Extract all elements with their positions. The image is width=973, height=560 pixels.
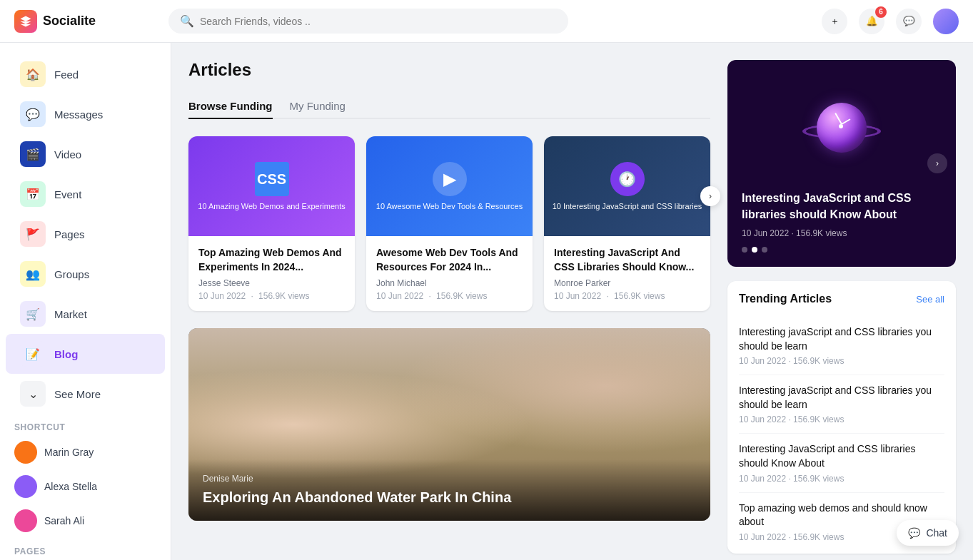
add-button[interactable]: ＋ bbox=[822, 9, 847, 34]
sidebar-label-feed: Feed bbox=[54, 68, 79, 81]
shortcut-alexa[interactable]: Alexa Stella bbox=[0, 469, 171, 504]
article-card-1: CSS 10 Amazing Web Demos and Experiments… bbox=[188, 136, 355, 311]
app-name: Socialite bbox=[43, 14, 96, 29]
nav-actions: ＋ 🔔 6 💬 bbox=[822, 9, 959, 34]
banner-meta: 10 Jun 2022 · 156.9K views bbox=[742, 228, 942, 238]
search-bar[interactable]: 🔍 bbox=[168, 9, 568, 34]
card-meta-3: 10 Jun 2022 · 156.9K views bbox=[554, 291, 700, 301]
trending-item-3[interactable]: Interesting JavaScript and CSS libraries… bbox=[739, 434, 944, 492]
trending-meta-1: 10 Jun 2022 · 156.9K views bbox=[739, 356, 944, 366]
video-icon: 🎬 bbox=[20, 141, 46, 167]
shortcut-marin[interactable]: Marin Gray bbox=[0, 435, 171, 469]
avatar-image bbox=[933, 9, 959, 34]
chat-button-label: Chat bbox=[926, 527, 947, 539]
banner-date: 10 Jun 2022 bbox=[742, 228, 789, 238]
sidebar-item-blog[interactable]: 📝 Blog bbox=[6, 334, 165, 374]
card-image-1: CSS 10 Amazing Web Demos and Experiments bbox=[188, 136, 355, 236]
dot-3 bbox=[762, 247, 767, 253]
pages-icon: 🚩 bbox=[20, 221, 46, 247]
card-image-3: 🕐 10 Interesting JavaScript and CSS libr… bbox=[544, 136, 710, 236]
trending-meta-2: 10 Jun 2022 · 156.9K views bbox=[739, 414, 944, 424]
notifications-button[interactable]: 🔔 6 bbox=[859, 9, 884, 34]
banner-title: Interesting JavaScript and CSS libraries… bbox=[742, 190, 942, 223]
shortcut-name-alexa: Alexa Stella bbox=[44, 481, 97, 492]
sidebar-item-video[interactable]: 🎬 Video bbox=[6, 134, 165, 174]
right-sidebar: Interesting JavaScript and CSS libraries… bbox=[727, 60, 956, 543]
feed-icon: 🏠 bbox=[20, 61, 46, 87]
sidebar-label-pages: Pages bbox=[54, 228, 85, 240]
trending-title-3: Interesting JavaScript and CSS libraries… bbox=[739, 442, 944, 470]
card-body-3: Interesting JavaScript And CSS Libraries… bbox=[544, 236, 710, 311]
card-caption-3: 10 Interesting JavaScript and CSS librar… bbox=[547, 202, 708, 210]
sidebar-item-messages[interactable]: 💬 Messages bbox=[6, 94, 165, 134]
sidebar-label-market: Market bbox=[54, 308, 87, 320]
card-meta-2: 10 Jun 2022 · 156.9K views bbox=[376, 291, 523, 301]
shortcut-avatar-sarah bbox=[14, 509, 37, 532]
trending-title: Trending Articles bbox=[739, 292, 832, 305]
notification-badge: 6 bbox=[875, 6, 887, 18]
layout: 🏠 Feed 💬 Messages 🎬 Video 📅 Event 🚩 Page… bbox=[0, 43, 973, 560]
avatar[interactable] bbox=[933, 9, 959, 34]
chat-button[interactable]: 💬 Chat bbox=[897, 520, 959, 546]
sidebar-item-feed[interactable]: 🏠 Feed bbox=[6, 54, 165, 94]
plus-icon: ＋ bbox=[830, 15, 840, 28]
sidebar-item-see-more[interactable]: ⌄ See More bbox=[6, 374, 165, 414]
sidebar-item-event[interactable]: 📅 Event bbox=[6, 174, 165, 214]
shortcut-name-sarah: Sarah Ali bbox=[44, 515, 84, 526]
card-caption-1: 10 Amazing Web Demos and Experiments bbox=[192, 202, 351, 210]
sidebar-item-groups[interactable]: 👥 Groups bbox=[6, 254, 165, 294]
article-cards-row: CSS 10 Amazing Web Demos and Experiments… bbox=[188, 136, 710, 311]
featured-title: Exploring An Abandoned Water Park In Chi… bbox=[203, 488, 696, 506]
shortcut-name-marin: Marin Gray bbox=[44, 447, 94, 458]
event-icon: 📅 bbox=[20, 181, 46, 207]
shortcut-section-title: Shortcut bbox=[0, 414, 171, 435]
shortcut-sarah[interactable]: Sarah Ali bbox=[0, 504, 171, 538]
card-author-1: Jesse Steeve bbox=[198, 278, 345, 288]
featured-author: Denise Marie bbox=[203, 474, 696, 484]
logo[interactable]: Socialite bbox=[14, 10, 157, 33]
groups-icon: 👥 bbox=[20, 261, 46, 287]
featured-banner: Interesting JavaScript and CSS libraries… bbox=[727, 60, 956, 267]
dot-1 bbox=[742, 247, 747, 253]
carousel-next-button[interactable]: › bbox=[700, 186, 720, 206]
css-icon: CSS bbox=[255, 162, 289, 196]
main-content: Articles Browse Funding My Funding CSS 1… bbox=[171, 43, 973, 560]
messages-button[interactable]: 💬 bbox=[896, 9, 922, 34]
card-meta-1: 10 Jun 2022 · 156.9K views bbox=[198, 291, 345, 301]
search-icon: 🔍 bbox=[180, 14, 194, 28]
content-area: Articles Browse Funding My Funding CSS 1… bbox=[188, 60, 710, 543]
messages-icon: 💬 bbox=[20, 101, 46, 127]
tab-browse-funding[interactable]: Browse Funding bbox=[188, 94, 273, 119]
card-author-2: John Michael bbox=[376, 278, 523, 288]
bell-icon: 🔔 bbox=[866, 16, 878, 26]
banner-views: 156.9K views bbox=[796, 228, 847, 238]
sidebar-label-event: Event bbox=[54, 188, 81, 200]
market-icon: 🛒 bbox=[20, 301, 46, 327]
see-more-icon: ⌄ bbox=[20, 381, 46, 407]
banner-dots bbox=[742, 247, 942, 253]
blog-icon: 📝 bbox=[20, 341, 46, 367]
search-input[interactable] bbox=[200, 16, 557, 27]
arrow-icon: ▶ bbox=[433, 162, 467, 196]
card-title-3: Interesting JavaScript And CSS Libraries… bbox=[554, 246, 700, 274]
sidebar-item-pages[interactable]: 🚩 Pages bbox=[6, 214, 165, 254]
trending-item-1[interactable]: Interesting javaScript and CSS libraries… bbox=[739, 317, 944, 375]
shortcut-avatar-alexa bbox=[14, 475, 37, 498]
card-caption-2: 10 Awesome Web Dev Tools & Resources bbox=[370, 202, 528, 210]
see-all-link[interactable]: See all bbox=[916, 294, 944, 305]
trending-header: Trending Articles See all bbox=[739, 292, 944, 305]
tab-my-funding[interactable]: My Funding bbox=[290, 94, 346, 119]
featured-overlay: Denise Marie Exploring An Abandoned Wate… bbox=[188, 459, 710, 521]
card-image-2: ▶ 10 Awesome Web Dev Tools & Resources bbox=[366, 136, 533, 236]
featured-article[interactable]: Denise Marie Exploring An Abandoned Wate… bbox=[188, 328, 710, 521]
trending-item-2[interactable]: Interesting javaScript and CSS libraries… bbox=[739, 375, 944, 434]
pages-section-title: Pages bbox=[0, 538, 171, 559]
page-title: Articles bbox=[188, 60, 710, 80]
sidebar-label-see-more: See More bbox=[54, 388, 101, 400]
card-title-2: Awesome Web Dev Tools And Resources For … bbox=[376, 246, 523, 274]
sidebar-item-market[interactable]: 🛒 Market bbox=[6, 294, 165, 334]
trending-title-2: Interesting javaScript and CSS libraries… bbox=[739, 384, 944, 412]
banner-next-button[interactable]: › bbox=[927, 153, 947, 173]
banner-content: Interesting JavaScript and CSS libraries… bbox=[742, 190, 942, 253]
trending-section: Trending Articles See all Interesting ja… bbox=[727, 281, 956, 554]
